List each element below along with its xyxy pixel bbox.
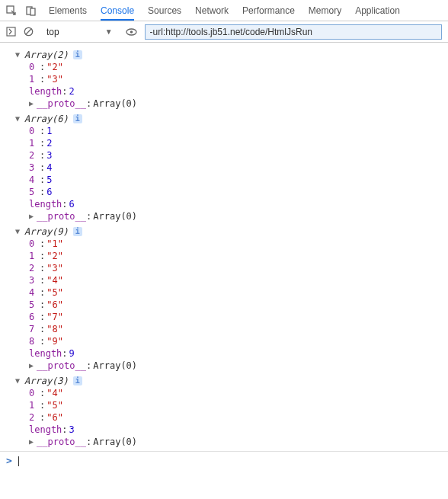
colon: :	[40, 274, 45, 286]
array-item: 0: "1"	[29, 238, 448, 250]
index-label: 7	[29, 323, 40, 335]
value: "5"	[46, 399, 63, 411]
colon: :	[62, 347, 67, 360]
tab-memory[interactable]: Memory	[309, 1, 341, 21]
length-value: 6	[69, 198, 75, 210]
proto-row[interactable]: ▶__proto__: Array(0)	[29, 210, 448, 222]
array-item: 2: 3	[29, 149, 448, 162]
colon: :	[40, 125, 45, 137]
proto-value: Array(0)	[93, 210, 137, 222]
proto-value: Array(0)	[93, 360, 137, 372]
value: "5"	[46, 286, 63, 299]
value: "4"	[46, 274, 63, 286]
tab-console[interactable]: Console	[101, 1, 134, 21]
value: "7"	[46, 311, 63, 323]
index-label: 0	[29, 61, 40, 73]
panel-tabs: Elements Console Sources Network Perform…	[49, 1, 400, 21]
array-header[interactable]: ▼Array(2)i	[0, 49, 448, 61]
clear-console-icon[interactable]	[24, 27, 34, 37]
colon: :	[40, 137, 45, 149]
array-item: 5: "6"	[29, 299, 448, 311]
info-icon[interactable]: i	[73, 227, 82, 236]
array-item: 6: "7"	[29, 311, 448, 323]
array-header[interactable]: ▼Array(6)i	[0, 113, 448, 125]
length-value: 3	[69, 424, 75, 436]
toggle-device-icon[interactable]	[26, 5, 37, 16]
colon: :	[40, 186, 45, 198]
length-label: length	[29, 198, 62, 210]
value: "2"	[46, 61, 63, 73]
colon: :	[40, 238, 45, 250]
proto-row[interactable]: ▶__proto__: Array(0)	[29, 360, 448, 372]
colon: :	[40, 262, 45, 274]
console-prompt[interactable]: >	[0, 451, 448, 470]
array-item: 2: "6"	[29, 411, 448, 424]
live-expression-icon[interactable]	[126, 28, 137, 36]
info-icon[interactable]: i	[73, 376, 82, 385]
proto-label: __proto__	[37, 436, 86, 448]
colon: :	[86, 98, 91, 110]
value: 2	[46, 137, 52, 149]
array-item: 2: "3"	[29, 262, 448, 274]
array-header[interactable]: ▼Array(3)i	[0, 375, 448, 387]
proto-value: Array(0)	[93, 98, 137, 110]
value: "6"	[46, 299, 63, 311]
value: "6"	[46, 411, 63, 424]
colon: :	[86, 210, 91, 222]
value: "3"	[46, 73, 63, 85]
colon: :	[40, 286, 45, 299]
array-item: 1: 2	[29, 137, 448, 149]
index-label: 2	[29, 411, 40, 424]
proto-row[interactable]: ▶__proto__: Array(0)	[29, 436, 448, 448]
triangle-right-icon: ▶	[29, 360, 36, 372]
index-label: 1	[29, 250, 40, 262]
filter-input[interactable]	[145, 24, 442, 40]
tab-sources[interactable]: Sources	[148, 1, 181, 21]
index-label: 3	[29, 274, 40, 286]
array-item: 8: "9"	[29, 335, 448, 347]
tab-application[interactable]: Application	[355, 1, 400, 21]
info-icon[interactable]: i	[73, 114, 82, 123]
console-output[interactable]: ▼Array(2)i0: "2"1: "3"length: 2▶__proto_…	[0, 43, 448, 499]
colon: :	[62, 424, 67, 436]
value: "8"	[46, 323, 63, 335]
select-element-icon[interactable]	[6, 5, 17, 16]
array-header[interactable]: ▼Array(9)i	[0, 226, 448, 238]
console-subbar: top ▼	[0, 21, 448, 43]
array-title: Array(6)	[24, 113, 69, 125]
length-row: length: 3	[29, 424, 448, 436]
index-label: 8	[29, 335, 40, 347]
index-label: 1	[29, 73, 40, 85]
array-item: 5: 6	[29, 186, 448, 198]
array-block: ▼Array(2)i0: "2"1: "3"length: 2▶__proto_…	[0, 49, 448, 110]
proto-label: __proto__	[37, 360, 86, 372]
array-item: 0: "4"	[29, 387, 448, 399]
triangle-right-icon: ▶	[29, 436, 36, 448]
proto-row[interactable]: ▶__proto__: Array(0)	[29, 98, 448, 110]
array-item: 0: "2"	[29, 61, 448, 73]
toggle-sidebar-icon[interactable]	[6, 27, 16, 37]
length-row: length: 2	[29, 85, 448, 98]
index-label: 2	[29, 149, 40, 162]
array-title: Array(9)	[24, 226, 69, 238]
context-label: top	[46, 27, 59, 37]
array-rows: 0: 11: 22: 33: 44: 55: 6length: 6▶__prot…	[0, 125, 448, 222]
tab-network[interactable]: Network	[195, 1, 229, 21]
array-block: ▼Array(6)i0: 11: 22: 33: 44: 55: 6length…	[0, 113, 448, 222]
info-icon[interactable]: i	[73, 50, 82, 59]
array-item: 1: "3"	[29, 73, 448, 85]
tab-elements[interactable]: Elements	[49, 1, 87, 21]
context-selector[interactable]: top ▼	[41, 25, 118, 39]
index-label: 4	[29, 286, 40, 299]
array-title: Array(3)	[24, 375, 69, 387]
colon: :	[40, 149, 45, 162]
colon: :	[40, 250, 45, 262]
index-label: 4	[29, 174, 40, 186]
array-rows: 0: "1"1: "2"2: "3"3: "4"4: "5"5: "6"6: "…	[0, 238, 448, 372]
value: "3"	[46, 262, 63, 274]
tab-performance[interactable]: Performance	[242, 1, 295, 21]
colon: :	[62, 198, 67, 210]
index-label: 5	[29, 299, 40, 311]
svg-rect-2	[30, 8, 35, 15]
array-block: ▼Array(3)i0: "4"1: "5"2: "6"length: 3▶__…	[0, 375, 448, 448]
